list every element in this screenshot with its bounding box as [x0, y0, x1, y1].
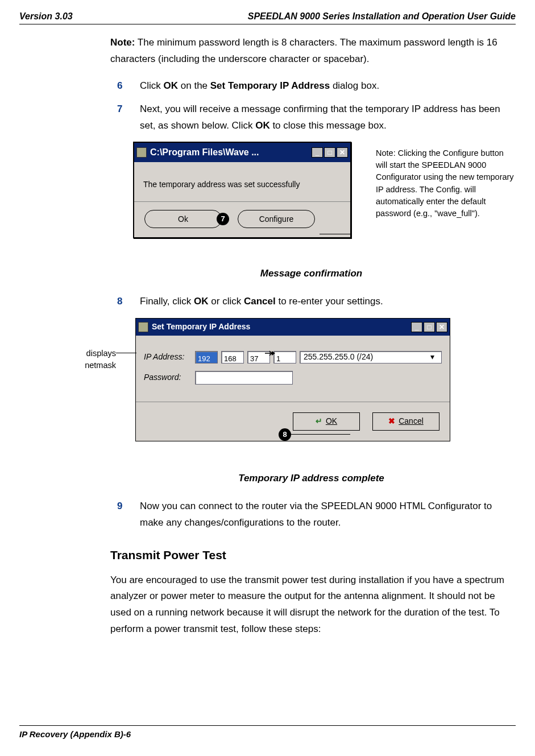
t: Finally, click [140, 296, 194, 307]
dialog-body: IP Address: 192 168 37 1 255.255.255.0 (… [136, 336, 450, 402]
note-text: The minimum password length is 8 charact… [110, 37, 497, 64]
header-title: SPEEDLAN 9000 Series Installation and Op… [248, 11, 516, 22]
ok-button[interactable]: ↵ OK [293, 412, 360, 431]
arrow-icon [265, 350, 275, 357]
figure-temp-ip: displays netmask Set Temporary IP Addres… [110, 318, 512, 460]
dialog-set-temp-ip: Set Temporary IP Address _ □ ✕ IP Addres… [135, 318, 450, 441]
step-number: 7 [110, 101, 140, 134]
ok-icon: ↵ [316, 415, 322, 428]
content: Note: The minimum password length is 8 c… [110, 35, 512, 638]
step-number: 9 [110, 498, 140, 531]
t: dialog box. [330, 80, 379, 91]
netmask-value: 255.255.255.0 (/24) [304, 350, 373, 364]
password-label: Password: [144, 371, 195, 385]
app-icon [138, 322, 148, 332]
dialog-body: The temporary address was set successful… [134, 162, 350, 202]
step-number: 8 [110, 294, 140, 310]
t: Click [140, 80, 164, 91]
ok-button[interactable]: Ok 7 [144, 210, 222, 228]
header-rule [19, 24, 516, 24]
titlebar-text: C:\Program Files\Wave ... [150, 144, 259, 160]
minimize-button[interactable]: _ [312, 147, 323, 158]
cancel-icon: ✖ [388, 415, 395, 428]
page-footer: IP Recovery (Appendix B)-6 [19, 721, 516, 739]
titlebar-text: Set Temporary IP Address [152, 320, 250, 334]
step-7: 7 Next, you will receive a message confi… [110, 101, 512, 134]
ip-label: IP Address: [144, 350, 195, 364]
step-8: 8 Finally, click OK or click Cancel to r… [110, 294, 512, 310]
steps-list: 6 Click OK on the Set Temporary IP Addre… [110, 78, 512, 134]
configure-button[interactable]: Configure [238, 210, 315, 228]
steps-list-3: 9 Now you can connect to the router via … [110, 498, 512, 531]
steps-list-2: 8 Finally, click OK or click Cancel to r… [110, 294, 512, 310]
figure-caption-1: Message confirmation [110, 266, 512, 282]
note-label: Note: [110, 37, 135, 48]
ip-octet-2[interactable]: 168 [221, 351, 244, 363]
app-icon [136, 147, 147, 158]
header-version: Version 3.03 [19, 11, 73, 22]
ok-label: OK [326, 415, 337, 428]
maximize-button[interactable]: □ [424, 322, 435, 332]
ip-octet-4[interactable]: 1 [273, 351, 296, 363]
figure-caption-2: Temporary IP address complete [110, 470, 512, 487]
password-input[interactable] [195, 371, 293, 385]
note-paragraph: Note: The minimum password length is 8 c… [110, 35, 512, 68]
ok-text: OK [255, 120, 270, 131]
footer-text: IP Recovery (Appendix B)-6 [19, 729, 516, 739]
titlebar: C:\Program Files\Wave ... _ □ ✕ [134, 143, 350, 162]
maximize-button[interactable]: □ [324, 147, 335, 158]
minimize-button[interactable]: _ [411, 322, 422, 332]
ok-text: OK [164, 80, 179, 91]
t: to close this message box. [270, 120, 387, 131]
netmask-dropdown[interactable]: 255.255.255.0 (/24) ▾ [300, 351, 442, 363]
footer-rule [19, 725, 516, 726]
titlebar: Set Temporary IP Address _ □ ✕ [136, 319, 450, 336]
dropdown-arrow-icon: ▾ [426, 350, 438, 364]
step-text: Finally, click OK or click Cancel to re-… [140, 294, 512, 310]
configure-label: Configure [259, 213, 294, 226]
side-note-netmask: displays netmask [75, 348, 116, 371]
leader-line [320, 234, 350, 234]
dialog-msg-confirm: C:\Program Files\Wave ... _ □ ✕ The temp… [133, 142, 351, 238]
t: or click [209, 296, 244, 307]
step-6: 6 Click OK on the Set Temporary IP Addre… [110, 78, 512, 94]
t: on the [178, 80, 210, 91]
ok-label: Ok [178, 213, 188, 226]
step-text: Next, you will receive a message confirm… [140, 101, 512, 134]
dialog-button-row: ↵ OK ✖ Cancel [136, 402, 450, 441]
figure-message-confirmation: C:\Program Files\Wave ... _ □ ✕ The temp… [110, 142, 512, 255]
dialog-name: Set Temporary IP Address [210, 80, 330, 91]
close-button[interactable]: ✕ [436, 322, 447, 332]
side-note-configure: Note: Clicking the Configure button will… [376, 147, 516, 219]
leader-line [289, 434, 350, 435]
step-text: Now you can connect to the router via th… [140, 498, 512, 531]
t: to re-enter your settings. [276, 296, 383, 307]
cancel-text: Cancel [244, 296, 276, 307]
page-header: Version 3.03 SPEEDLAN 9000 Series Instal… [19, 11, 516, 23]
cancel-label: Cancel [399, 415, 424, 428]
leader-line [116, 353, 136, 353]
ok-text: OK [194, 296, 209, 307]
cancel-button[interactable]: ✖ Cancel [372, 412, 439, 431]
section-heading-transmit-power-test: Transmit Power Test [110, 545, 512, 565]
ip-octet-1[interactable]: 192 [195, 351, 218, 363]
callout-7: 7 [217, 213, 229, 225]
section-body: You are encouraged to use the transmit p… [110, 572, 512, 638]
step-number: 6 [110, 78, 140, 94]
close-button[interactable]: ✕ [337, 147, 348, 158]
step-9: 9 Now you can connect to the router via … [110, 498, 512, 531]
step-text: Click OK on the Set Temporary IP Address… [140, 78, 512, 94]
